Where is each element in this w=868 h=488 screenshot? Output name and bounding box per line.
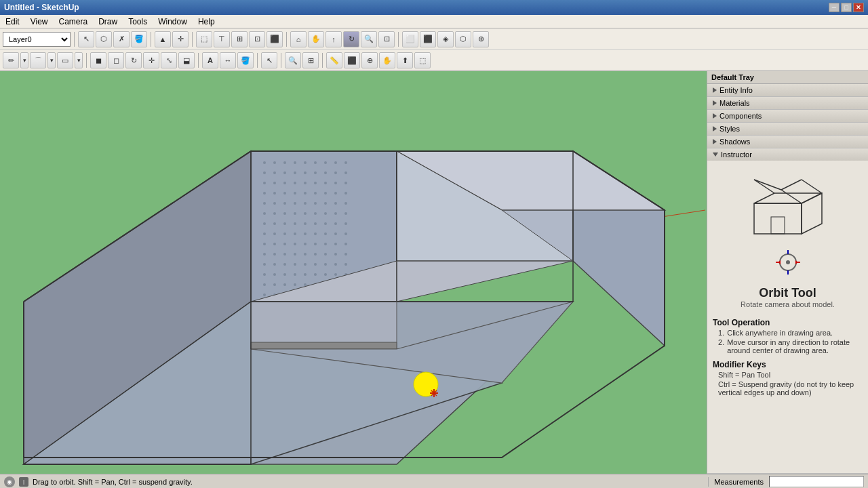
zoom-3-button[interactable]: 🔍 bbox=[285, 52, 301, 68]
house-icon bbox=[734, 173, 842, 241]
right-view-button[interactable]: ⊡ bbox=[249, 31, 265, 47]
toolbar-2: ✏ ▾ ⌒ ▾ ▭ ▾ ◼ ◻ ↻ ✛ ⤡ ⬓ A ↔ 🪣 ↖ 🔍 ⊞ 📏 ⬛ … bbox=[0, 50, 868, 70]
modifier-key-2: Ctrl = Suspend gravity (do not try to ke… bbox=[718, 380, 863, 396]
close-button[interactable]: ✕ bbox=[853, 3, 864, 12]
top-view-button[interactable]: ⊤ bbox=[214, 31, 230, 47]
model-svg bbox=[0, 71, 707, 474]
window-controls[interactable]: ─ □ ✕ bbox=[829, 3, 864, 12]
tray-entity-info: Entity Info bbox=[707, 84, 868, 97]
svg-point-49 bbox=[263, 212, 266, 215]
shapes-button[interactable]: ▭ bbox=[57, 52, 73, 68]
section-plane-button[interactable]: ⬛ bbox=[344, 52, 360, 68]
orbit-button[interactable]: ↻ bbox=[343, 31, 359, 47]
svg-point-69 bbox=[283, 232, 286, 235]
tray-shadows: Shadows bbox=[707, 136, 868, 148]
svg-point-5 bbox=[273, 161, 276, 164]
iso-view-button[interactable]: ⬚ bbox=[196, 31, 212, 47]
svg-point-31 bbox=[263, 192, 266, 195]
menu-draw[interactable]: Draw bbox=[93, 16, 123, 28]
instructor-label: Instructor bbox=[721, 150, 752, 159]
zoom-window-button[interactable]: ⊞ bbox=[302, 52, 319, 68]
zoom-button[interactable]: 🔍 bbox=[361, 31, 377, 47]
pencil-drop-button[interactable]: ▾ bbox=[20, 52, 28, 68]
svg-point-100 bbox=[324, 263, 327, 266]
canvas-area[interactable] bbox=[0, 71, 707, 474]
erase-button[interactable]: ✗ bbox=[113, 31, 130, 47]
menu-tools[interactable]: Tools bbox=[123, 16, 153, 28]
layer-selector[interactable]: Layer0 bbox=[3, 32, 71, 47]
measurements-input[interactable] bbox=[769, 476, 864, 487]
zoom-extents-button[interactable]: ⊡ bbox=[378, 31, 395, 47]
svg-point-26 bbox=[304, 182, 307, 184]
front-view-button[interactable]: ⊞ bbox=[231, 31, 248, 47]
paint-2-button[interactable]: 🪣 bbox=[237, 52, 254, 68]
section2-button[interactable]: ⬛ bbox=[420, 31, 436, 47]
tray-materials: Materials bbox=[707, 97, 868, 110]
dim-button[interactable]: ↔ bbox=[220, 52, 236, 68]
menu-camera[interactable]: Camera bbox=[53, 16, 93, 28]
svg-point-72 bbox=[314, 232, 317, 235]
styles-arrow bbox=[713, 126, 717, 131]
svg-point-74 bbox=[334, 232, 337, 235]
shadows-header[interactable]: Shadows bbox=[707, 136, 868, 148]
scale-2-button[interactable]: ⤡ bbox=[161, 52, 177, 68]
entity-info-header[interactable]: Entity Info bbox=[707, 84, 868, 96]
svg-point-23 bbox=[273, 182, 276, 184]
menu-edit[interactable]: Edit bbox=[0, 16, 25, 28]
view4-button[interactable]: ⬡ bbox=[455, 31, 471, 47]
arc-drop-button[interactable]: ▾ bbox=[47, 52, 56, 68]
axes-button[interactable]: ⊕ bbox=[361, 52, 378, 68]
svg-point-94 bbox=[263, 263, 266, 266]
move-button[interactable]: ✛ bbox=[172, 31, 189, 47]
svg-point-10 bbox=[324, 161, 327, 164]
home-button[interactable]: ⌂ bbox=[290, 31, 307, 47]
text-button[interactable]: A bbox=[202, 52, 218, 68]
pan-3-button[interactable]: ✋ bbox=[379, 52, 395, 68]
eraser-2-button[interactable]: ◻ bbox=[108, 52, 124, 68]
sep-t2-2 bbox=[198, 53, 199, 68]
toolbar-area: Layer0 ↖ ⬡ ✗ 🪣 ▲ ✛ ⬚ ⊤ ⊞ ⊡ ⬛ ⌂ ✋ ↑ ↻ 🔍 ⊡… bbox=[0, 28, 868, 71]
offset-button[interactable]: ⬓ bbox=[178, 52, 195, 68]
select-3-button[interactable]: ↖ bbox=[261, 52, 277, 68]
shapes-drop-button[interactable]: ▾ bbox=[75, 52, 83, 68]
rotate-2-button[interactable]: ↻ bbox=[125, 52, 142, 68]
tape-button[interactable]: 📏 bbox=[326, 52, 342, 68]
maximize-button[interactable]: □ bbox=[841, 3, 852, 12]
pencil-button[interactable]: ✏ bbox=[3, 52, 19, 68]
svg-point-60 bbox=[283, 222, 286, 225]
styles-header[interactable]: Styles bbox=[707, 123, 868, 135]
arc-button[interactable]: ⌒ bbox=[30, 52, 46, 68]
entity-info-label: Entity Info bbox=[719, 86, 753, 94]
push-pull-button[interactable]: ▲ bbox=[155, 31, 171, 47]
materials-header[interactable]: Materials bbox=[707, 97, 868, 109]
sep-t2-3 bbox=[257, 53, 258, 68]
walk-button[interactable]: ↑ bbox=[326, 31, 342, 47]
menu-window[interactable]: Window bbox=[153, 16, 193, 28]
svg-point-64 bbox=[324, 222, 327, 225]
view3-button[interactable]: ◈ bbox=[437, 31, 454, 47]
components-header[interactable]: Components bbox=[707, 110, 868, 122]
instructor-header[interactable]: Instructor bbox=[707, 148, 868, 161]
operation-step-1: 1. Click anywhere in drawing area. bbox=[718, 329, 833, 337]
pan-button[interactable]: ✋ bbox=[308, 31, 324, 47]
paint-bucket-button[interactable]: 🪣 bbox=[131, 31, 147, 47]
walk-3-button[interactable]: ⬆ bbox=[397, 52, 413, 68]
svg-point-103 bbox=[263, 273, 266, 276]
move-2-button[interactable]: ✛ bbox=[143, 52, 159, 68]
menu-help[interactable]: Help bbox=[193, 16, 220, 28]
push-pull-2-button[interactable]: ◼ bbox=[90, 52, 106, 68]
view5-button[interactable]: ⊕ bbox=[473, 31, 489, 47]
shadows-label: Shadows bbox=[719, 138, 750, 146]
main-area: Default Tray Entity Info Materials Compo… bbox=[0, 71, 868, 474]
tool-operation-title: Tool Operation bbox=[713, 318, 770, 327]
select-button[interactable]: ↖ bbox=[78, 31, 94, 47]
menu-view[interactable]: View bbox=[25, 16, 54, 28]
svg-line-163 bbox=[781, 180, 802, 190]
minimize-button[interactable]: ─ bbox=[829, 3, 840, 12]
section-button[interactable]: ⬜ bbox=[402, 31, 418, 47]
svg-point-18 bbox=[314, 171, 317, 174]
section-cut-button[interactable]: ⬚ bbox=[414, 52, 431, 68]
back-view-button[interactable]: ⬛ bbox=[267, 31, 283, 47]
svg-point-17 bbox=[304, 171, 307, 174]
make-component-button[interactable]: ⬡ bbox=[96, 31, 112, 47]
